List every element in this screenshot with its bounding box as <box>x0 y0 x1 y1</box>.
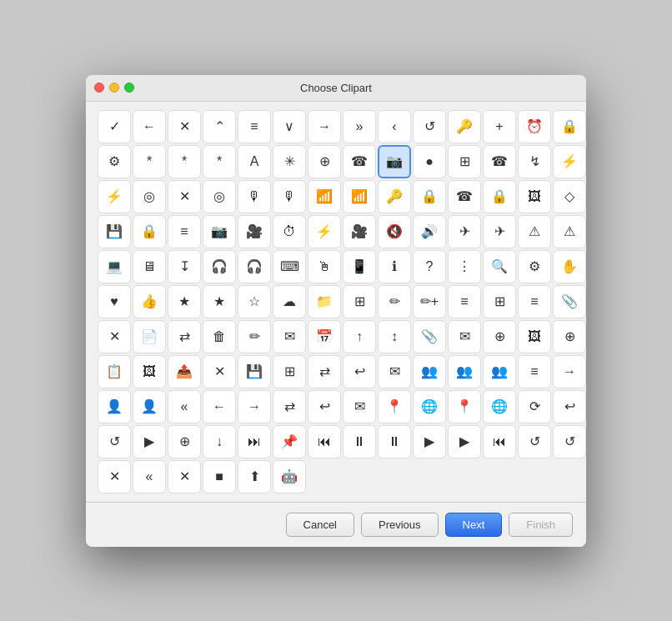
icon-cell[interactable]: 📅 <box>308 320 341 353</box>
icon-cell[interactable]: 📷 <box>203 215 236 248</box>
icon-cell[interactable]: 🖼 <box>133 355 166 388</box>
icon-cell[interactable]: ∨ <box>273 110 306 143</box>
icon-cell[interactable]: ⇄ <box>273 390 306 423</box>
next-button[interactable]: Next <box>445 513 503 537</box>
icon-cell[interactable]: 🎥 <box>238 215 271 248</box>
icon-cell[interactable]: ⇄ <box>308 355 341 388</box>
icon-cell[interactable]: 📎 <box>413 320 446 353</box>
icon-cell[interactable]: 📄 <box>133 320 166 353</box>
icon-cell[interactable]: » <box>343 110 376 143</box>
icon-cell[interactable]: 🖱 <box>308 250 341 283</box>
icon-cell[interactable]: ⚡ <box>98 180 131 213</box>
icon-cell[interactable]: ♥ <box>98 285 131 318</box>
icon-cell[interactable]: 📤 <box>168 355 201 388</box>
icon-cell[interactable]: 🤖 <box>273 460 306 493</box>
icon-cell[interactable]: ☎ <box>448 180 481 213</box>
icon-cell[interactable]: ℹ <box>378 250 411 283</box>
icon-cell[interactable]: ↺ <box>413 110 446 143</box>
icon-cell[interactable]: 👥 <box>448 355 481 388</box>
icon-cell[interactable]: ⏸ <box>343 425 376 458</box>
icon-cell[interactable]: 🌐 <box>413 390 446 423</box>
icon-cell[interactable]: → <box>553 355 586 388</box>
icon-cell[interactable]: 🖥 <box>133 250 166 283</box>
icon-cell[interactable]: 🖼 <box>518 180 551 213</box>
icon-cell[interactable]: → <box>308 110 341 143</box>
icon-cell[interactable]: ⌨ <box>273 250 306 283</box>
icon-cell[interactable]: ✉ <box>378 355 411 388</box>
icon-cell[interactable]: 🔒 <box>413 180 446 213</box>
icon-cell[interactable]: ⚙ <box>518 250 551 283</box>
icon-cell[interactable]: ⏮ <box>483 425 516 458</box>
icon-cell[interactable]: ↑ <box>343 320 376 353</box>
icon-cell[interactable]: ★ <box>168 285 201 318</box>
icon-cell[interactable]: A <box>238 145 271 178</box>
icon-cell[interactable]: ⊕ <box>308 145 341 178</box>
icon-cell[interactable]: 💾 <box>238 355 271 388</box>
icon-cell[interactable]: ▶ <box>413 425 446 458</box>
icon-cell[interactable]: 🔑 <box>378 180 411 213</box>
icon-cell[interactable]: ✕ <box>168 460 201 493</box>
icon-cell[interactable]: ✉ <box>343 390 376 423</box>
icon-cell[interactable]: 👍 <box>133 285 166 318</box>
icon-cell[interactable]: ⚠ <box>518 215 551 248</box>
icon-cell[interactable]: ⊞ <box>483 285 516 318</box>
icon-cell[interactable]: 🌐 <box>483 390 516 423</box>
icon-cell[interactable]: ⏮ <box>308 425 341 458</box>
icon-cell[interactable]: 🔍 <box>483 250 516 283</box>
icon-cell[interactable]: 🗑 <box>203 320 236 353</box>
icon-cell[interactable]: ⏱ <box>273 215 306 248</box>
icon-cell[interactable]: 📎 <box>553 285 586 318</box>
icon-cell[interactable]: ↺ <box>553 425 586 458</box>
icon-cell[interactable]: ◎ <box>133 180 166 213</box>
icon-cell[interactable]: ↩ <box>343 355 376 388</box>
icon-cell[interactable]: ▶ <box>133 425 166 458</box>
icon-cell[interactable]: ★ <box>203 285 236 318</box>
icon-cell[interactable]: 🎧 <box>238 250 271 283</box>
icon-cell[interactable]: 📋 <box>98 355 131 388</box>
icon-cell[interactable]: ✕ <box>98 320 131 353</box>
icon-cell[interactable]: 📍 <box>378 390 411 423</box>
icon-cell[interactable]: 📷 <box>378 145 411 178</box>
icon-grid-container[interactable]: ✓←✕⌃≡∨→»‹↺🔑+⏰🔒⚙***A✳⊕☎📷●⊞☎↯⚡⚡◎✕◎🎙🎙📶📶🔑🔒☎🔒… <box>86 102 586 502</box>
icon-cell[interactable]: ⊕ <box>168 425 201 458</box>
icon-cell[interactable]: 🔒 <box>483 180 516 213</box>
icon-cell[interactable]: 🖼 <box>518 320 551 353</box>
icon-cell[interactable]: 🔊 <box>413 215 446 248</box>
icon-cell[interactable]: ✕ <box>168 180 201 213</box>
icon-cell[interactable]: ◎ <box>203 180 236 213</box>
icon-cell[interactable]: ✏ <box>238 320 271 353</box>
icon-cell[interactable]: ⚙ <box>98 145 131 178</box>
icon-cell[interactable]: 🔒 <box>133 215 166 248</box>
icon-cell[interactable]: ⊞ <box>343 285 376 318</box>
icon-cell[interactable]: ↩ <box>553 390 586 423</box>
icon-cell[interactable]: ⏰ <box>518 110 551 143</box>
icon-cell[interactable]: 👤 <box>133 390 166 423</box>
icon-cell[interactable]: ↯ <box>518 145 551 178</box>
icon-cell[interactable]: ✏ <box>378 285 411 318</box>
icon-cell[interactable]: + <box>483 110 516 143</box>
icon-cell[interactable]: « <box>168 390 201 423</box>
icon-cell[interactable]: ≡ <box>448 285 481 318</box>
finish-button[interactable]: Finish <box>509 513 573 537</box>
previous-button[interactable]: Previous <box>361 513 439 537</box>
icon-cell[interactable]: ⋮ <box>448 250 481 283</box>
icon-cell[interactable]: ✉ <box>448 320 481 353</box>
cancel-button[interactable]: Cancel <box>286 513 354 537</box>
icon-cell[interactable]: ✕ <box>168 110 201 143</box>
icon-cell[interactable]: ■ <box>203 460 236 493</box>
icon-cell[interactable]: ≡ <box>238 110 271 143</box>
icon-cell[interactable]: ↺ <box>98 425 131 458</box>
icon-cell[interactable]: ✓ <box>98 110 131 143</box>
icon-cell[interactable]: ⇄ <box>168 320 201 353</box>
icon-cell[interactable]: 🔒 <box>553 110 586 143</box>
icon-cell[interactable]: ✏+ <box>413 285 446 318</box>
icon-cell[interactable]: ✈ <box>448 215 481 248</box>
icon-cell[interactable]: 🔇 <box>378 215 411 248</box>
icon-cell[interactable]: 👤 <box>98 390 131 423</box>
icon-cell[interactable]: ✳ <box>273 145 306 178</box>
icon-cell[interactable]: ⊕ <box>553 320 586 353</box>
icon-cell[interactable]: ⏭ <box>238 425 271 458</box>
icon-cell[interactable]: 📶 <box>308 180 341 213</box>
icon-cell[interactable]: ↓ <box>203 425 236 458</box>
icon-cell[interactable]: 📍 <box>448 390 481 423</box>
